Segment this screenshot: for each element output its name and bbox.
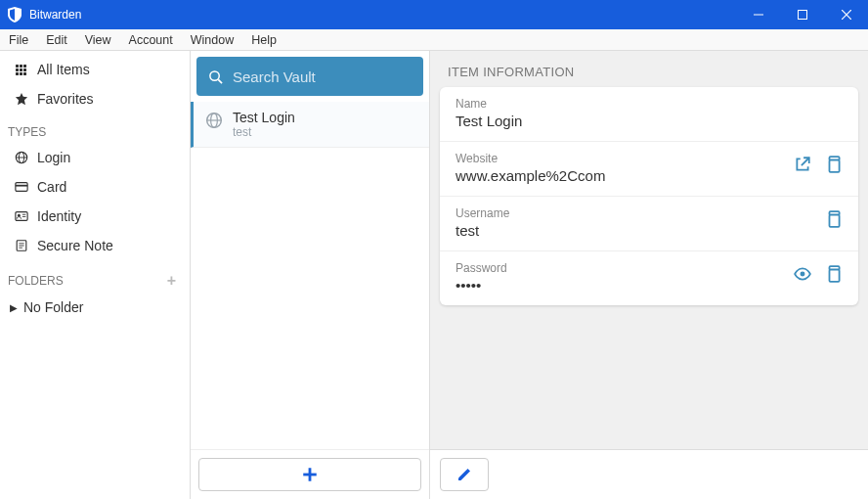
copy-icon[interactable] — [825, 210, 843, 228]
sidebar-item-login[interactable]: Login — [0, 143, 190, 172]
svg-point-17 — [210, 70, 219, 79]
titlebar: Bitwarden — [0, 0, 868, 29]
menu-account[interactable]: Account — [120, 31, 182, 49]
field-value: Test Login — [456, 113, 843, 129]
sidebar-item-label: Login — [37, 150, 70, 165]
pencil-icon — [456, 467, 472, 482]
search-bar[interactable] — [196, 57, 423, 96]
field-label: Name — [456, 97, 843, 111]
menu-file[interactable]: File — [0, 31, 37, 49]
sidebar-types-header: TYPES — [0, 113, 190, 143]
field-label: Username — [456, 206, 825, 220]
star-icon — [14, 92, 28, 107]
sidebar-item-identity[interactable]: Identity — [0, 202, 190, 231]
app-shield-icon — [7, 7, 22, 23]
menu-window[interactable]: Window — [182, 31, 242, 49]
svg-rect-1 — [798, 11, 806, 20]
minimize-button[interactable] — [736, 0, 780, 29]
copy-icon[interactable] — [825, 156, 843, 173]
note-icon — [14, 239, 28, 253]
sidebar-item-card[interactable]: Card — [0, 172, 190, 202]
svg-line-18 — [218, 79, 222, 83]
field-username: Username test — [440, 197, 858, 251]
launch-icon[interactable] — [794, 156, 811, 173]
sidebar-item-label: All Items — [37, 62, 90, 77]
add-item-button[interactable] — [198, 458, 421, 491]
item-list-column: Test Login test — [191, 51, 430, 499]
window-title: Bitwarden — [29, 8, 81, 22]
sidebar-item-no-folder[interactable]: ▶ No Folder — [0, 294, 190, 321]
sidebar-item-all-items[interactable]: All Items — [0, 55, 190, 84]
maximize-button[interactable] — [780, 0, 824, 29]
sidebar-folders-header: FOLDERS + — [0, 260, 190, 294]
svg-point-27 — [801, 272, 805, 277]
sidebar-item-label: Secure Note — [37, 238, 113, 253]
field-label: Website — [456, 152, 794, 165]
menu-edit[interactable]: Edit — [37, 31, 76, 49]
field-label: Password — [456, 261, 794, 275]
add-folder-icon[interactable]: + — [167, 272, 176, 290]
field-website: Website www.example%2Ccom — [440, 142, 858, 197]
search-input[interactable] — [233, 68, 412, 85]
grid-icon — [14, 63, 28, 77]
menu-view[interactable]: View — [76, 31, 120, 49]
list-item-title: Test Login — [233, 110, 295, 125]
detail-header: ITEM INFORMATION — [430, 51, 868, 87]
globe-icon — [205, 112, 223, 129]
sidebar: All Items Favorites TYPES Login Card — [0, 51, 191, 499]
edit-button[interactable] — [440, 458, 489, 491]
globe-icon — [14, 151, 28, 165]
close-button[interactable] — [824, 0, 868, 29]
field-value: test — [456, 222, 825, 239]
field-password: Password ••••• — [440, 251, 858, 305]
search-icon — [208, 69, 223, 84]
svg-point-10 — [17, 214, 20, 217]
svg-rect-28 — [830, 270, 840, 282]
list-item[interactable]: Test Login test — [191, 102, 429, 148]
sidebar-item-label: Card — [37, 179, 66, 195]
svg-rect-8 — [15, 185, 26, 187]
identity-icon — [14, 209, 28, 224]
item-info-card: Name Test Login Website www.example%2Cco… — [440, 87, 858, 305]
field-value: ••••• — [456, 277, 794, 294]
sidebar-item-favorites[interactable]: Favorites — [0, 84, 190, 113]
field-name: Name Test Login — [440, 87, 858, 142]
field-value: www.example%2Ccom — [456, 167, 794, 184]
eye-icon[interactable] — [794, 265, 811, 283]
svg-rect-25 — [830, 160, 840, 172]
sidebar-item-label: Favorites — [37, 91, 94, 107]
caret-right-icon: ▶ — [10, 302, 18, 313]
svg-rect-7 — [15, 183, 26, 192]
copy-icon[interactable] — [825, 265, 843, 283]
svg-rect-26 — [830, 215, 840, 227]
sidebar-item-secure-note[interactable]: Secure Note — [0, 231, 190, 260]
list-item-subtitle: test — [233, 125, 295, 139]
detail-column: ITEM INFORMATION Name Test Login Website… — [430, 51, 868, 499]
svg-line-24 — [802, 158, 809, 165]
plus-icon — [301, 466, 319, 483]
menubar: File Edit View Account Window Help — [0, 29, 868, 51]
sidebar-item-label: No Folder — [23, 299, 83, 315]
card-icon — [14, 180, 28, 195]
menu-help[interactable]: Help — [242, 31, 285, 49]
sidebar-item-label: Identity — [37, 208, 81, 224]
